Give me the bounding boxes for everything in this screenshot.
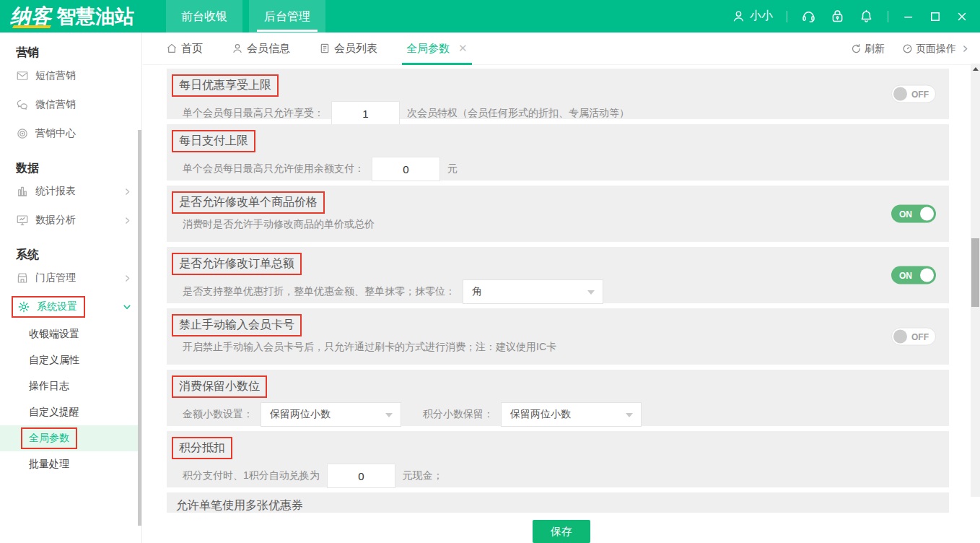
page-actions-button[interactable]: 页面操作	[902, 43, 970, 56]
monitor-chart-icon	[16, 214, 29, 227]
section-title: 是否允许修改订单总额	[172, 253, 302, 275]
sidebar-subitem-custom-attributes[interactable]: 自定义属性	[0, 347, 141, 373]
bell-icon[interactable]	[859, 9, 874, 24]
content-scrollbar[interactable]	[971, 64, 980, 497]
dropdown-value: 角	[472, 285, 482, 298]
sidebar-item-wechat-marketing[interactable]: 微信营销	[0, 90, 141, 119]
allow-modify-item-price-toggle[interactable]: ON	[891, 205, 936, 223]
sidebar-subitem-batch-processing[interactable]: 批量处理	[0, 451, 141, 477]
section-title: 积分抵扣	[172, 437, 232, 459]
sidebar-item-store-management[interactable]: 门店管理	[0, 264, 141, 292]
chevron-right-icon	[961, 44, 970, 53]
sidebar-subitem-custom-reminders[interactable]: 自定义提醒	[0, 399, 141, 425]
daily-payment-limit-input[interactable]	[372, 157, 440, 181]
sidebar-heading-data: 数据	[0, 148, 141, 177]
field-suffix: 元	[447, 162, 458, 175]
sidebar-item-label: 统计报表	[35, 185, 76, 198]
footer-bar: 保存	[143, 513, 980, 543]
member-icon	[232, 43, 243, 54]
caret-down-icon	[626, 413, 633, 417]
section-points-deduction: 积分抵扣 积分支付时、1积分自动兑换为 元现金；	[167, 431, 949, 487]
section-title: 每日优惠享受上限	[172, 74, 279, 97]
sidebar-item-statistics-reports[interactable]: 统计报表	[0, 177, 141, 206]
amount-decimal-dropdown[interactable]: 保留两位小数	[261, 402, 401, 427]
window-close-button[interactable]	[955, 10, 968, 23]
support-headset-icon[interactable]	[801, 9, 816, 24]
points-decimal-dropdown[interactable]: 保留两位小数	[501, 402, 642, 427]
sidebar-subitem-operation-log[interactable]: 操作日志	[0, 373, 141, 399]
page-actions-icon	[902, 43, 913, 54]
divider	[888, 11, 888, 22]
save-button[interactable]: 保存	[533, 520, 590, 543]
caret-down-icon	[385, 413, 393, 417]
daily-discount-limit-toggle[interactable]: OFF	[891, 85, 936, 103]
topbar: 纳客 智慧油站 前台收银 后台管理 小小	[0, 0, 980, 32]
chevron-right-icon	[123, 216, 132, 225]
sidebar: 营销 短信营销 微信营销 营销中心 数据 统计报表 数据分析	[0, 32, 142, 543]
sidebar-item-label: 微信营销	[35, 98, 76, 111]
dropdown-value: 保留两位小数	[270, 408, 331, 421]
toggle-state-label: OFF	[911, 331, 929, 342]
sidebar-item-system-settings[interactable]: 系统设置	[0, 292, 141, 321]
sidebar-subitem-cashier-settings[interactable]: 收银端设置	[0, 321, 141, 347]
content-tabbar: 首页 会员信息 会员列表 全局参数 ✕	[143, 32, 980, 65]
tab-home[interactable]: 首页	[166, 32, 203, 65]
mode-switcher: 前台收银 后台管理	[166, 0, 332, 32]
section-description: 消费时是否允许手动修改商品的单价或总价	[183, 218, 375, 231]
forbid-manual-card-input-toggle[interactable]: OFF	[891, 328, 936, 346]
window-minimize-button[interactable]	[902, 10, 915, 23]
tab-global-parameters[interactable]: 全局参数 ✕	[406, 32, 468, 65]
scrollbar-up-arrow-icon[interactable]	[973, 67, 979, 71]
section-title: 每日支付上限	[172, 130, 255, 152]
field-label: 积分小数保留：	[423, 408, 494, 421]
section-decimal-places: 消费保留小数位 金额小数设置： 保留两位小数 积分小数保留： 保留两位小数	[167, 370, 949, 426]
document-list-icon	[319, 43, 331, 54]
field-label: 是否支持整单优惠打折，整单优惠金额、整单抹零；抹零位：	[183, 285, 455, 298]
points-exchange-rate-input[interactable]	[327, 464, 395, 488]
section-title: 是否允许修改单个商品价格	[172, 191, 325, 214]
app-logo: 纳客 智慧油站	[0, 3, 157, 30]
user-icon	[732, 9, 745, 23]
rounding-unit-dropdown[interactable]: 角	[463, 279, 603, 304]
logo-brand-text: 纳客	[10, 3, 52, 30]
main-panel: 首页 会员信息 会员列表 全局参数 ✕	[143, 32, 980, 543]
field-label: 金额小数设置：	[183, 408, 253, 421]
mail-icon	[16, 69, 29, 82]
section-allow-modify-item-price: 是否允许修改单个商品价格 消费时是否允许手动修改商品的单价或总价 ON	[167, 186, 949, 242]
tab-close-icon[interactable]: ✕	[458, 42, 468, 55]
field-label: 单个会员每日最高只允许使用余额支付：	[183, 162, 364, 175]
gear-icon	[17, 300, 30, 313]
chevron-right-icon	[123, 187, 132, 196]
sidebar-item-marketing-center[interactable]: 营销中心	[0, 119, 141, 148]
user-menu[interactable]: 小小	[732, 9, 773, 24]
allow-modify-order-total-toggle[interactable]: ON	[891, 266, 936, 284]
scrollbar-thumb[interactable]	[971, 238, 979, 307]
sidebar-scrollbar-thumb[interactable]	[138, 130, 141, 526]
tab-member-list[interactable]: 会员列表	[319, 32, 377, 65]
tab-member-info[interactable]: 会员信息	[232, 32, 290, 65]
sidebar-heading-system: 系统	[0, 235, 141, 264]
refresh-label: 刷新	[865, 43, 885, 56]
sidebar-item-sms-marketing[interactable]: 短信营销	[0, 61, 141, 90]
bar-chart-icon	[16, 185, 29, 198]
daily-discount-limit-input[interactable]	[331, 101, 400, 126]
tab-front-cashier[interactable]: 前台收银	[166, 0, 242, 32]
sidebar-item-data-analysis[interactable]: 数据分析	[0, 206, 141, 235]
lock-icon[interactable]	[830, 9, 845, 24]
field-suffix: 元现金；	[403, 469, 443, 482]
wechat-icon	[16, 98, 29, 111]
tab-label: 全局参数	[406, 42, 450, 56]
sidebar-item-label: 短信营销	[35, 69, 76, 82]
page-actions-label: 页面操作	[916, 43, 956, 56]
tab-backend-admin[interactable]: 后台管理	[249, 0, 325, 32]
target-icon	[16, 127, 29, 140]
chevron-down-icon	[122, 302, 132, 312]
store-icon	[16, 272, 29, 284]
divider	[787, 11, 787, 22]
window-maximize-button[interactable]	[929, 10, 942, 23]
sidebar-subitem-global-parameters[interactable]: 全局参数	[0, 425, 141, 451]
refresh-button[interactable]: 刷新	[851, 43, 885, 56]
caret-down-icon	[587, 290, 595, 295]
settings-content: 每日优惠享受上限 单个会员每日最高只允许享受： 次会员特权（会员任何形式的折扣、…	[143, 65, 980, 513]
toggle-state-label: ON	[899, 270, 912, 280]
